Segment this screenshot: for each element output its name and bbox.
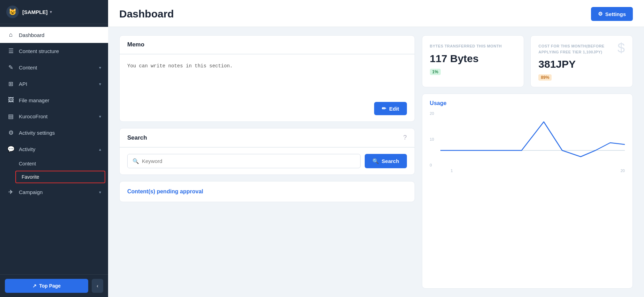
collapse-button[interactable]: ‹ — [92, 279, 103, 293]
chart-x-labels: 1 20 — [451, 169, 625, 173]
sidebar-item-content-structure[interactable]: ☰ Content structure — [0, 43, 108, 59]
search-label: Search — [382, 158, 399, 164]
usage-chart: 20 10 0 1 — [430, 111, 625, 167]
sidebar-item-kurocofront[interactable]: ▤ KurocoFront ▾ — [0, 108, 108, 125]
search-btn-icon: 🔍 — [372, 158, 379, 164]
sidebar-item-label: Activity — [19, 146, 36, 152]
sidebar-item-label: Content structure — [19, 48, 59, 54]
sidebar-item-label: Dashboard — [19, 32, 44, 38]
bytes-label: BYTES TRANSFERRED THIS MONTH — [430, 43, 516, 49]
y-label-mid: 10 — [430, 137, 434, 141]
sidebar-item-campaign[interactable]: ✈ Campaign ▾ — [0, 184, 108, 200]
main-header: Dashboard ⚙ Settings — [108, 0, 644, 27]
search-icon: 🔍 — [132, 158, 139, 164]
sidebar-brand[interactable]: [SAMPLE] ▾ — [22, 9, 52, 15]
search-body: 🔍 🔍 Search — [120, 148, 415, 175]
sidebar-item-label: File manager — [19, 97, 50, 103]
pending-card: Content(s) pending approval — [119, 181, 415, 202]
logo-icon: 😺 — [9, 8, 16, 16]
content-icon: ✎ — [7, 64, 15, 71]
settings-button[interactable]: ⚙ Settings — [591, 7, 633, 21]
search-title: Search — [127, 134, 147, 141]
help-icon[interactable]: ? — [403, 134, 407, 141]
activity-icon: 💬 — [7, 146, 15, 153]
sidebar-item-content[interactable]: ✎ Content ▾ — [0, 59, 108, 76]
dollar-icon: $ — [618, 40, 625, 55]
right-column: BYTES TRANSFERRED THIS MONTH 117 Bytes 1… — [422, 35, 633, 289]
file-manager-icon: 🖼 — [7, 97, 15, 104]
gear-icon: ⚙ — [598, 11, 603, 17]
top-page-label: Top Page — [39, 283, 61, 289]
search-card-header: Search ? — [120, 128, 415, 147]
sidebar-item-label: Campaign — [19, 189, 43, 195]
sidebar-item-label: Content — [19, 65, 37, 70]
external-link-icon: ↗ — [32, 283, 37, 289]
page-title: Dashboard — [119, 8, 174, 20]
bytes-stat-card: BYTES TRANSFERRED THIS MONTH 117 Bytes 1… — [422, 35, 524, 87]
chevron-down-icon: ▾ — [99, 190, 101, 195]
edit-button[interactable]: ✏ Edit — [374, 102, 407, 115]
bytes-value: 117 Bytes — [430, 53, 516, 65]
search-input[interactable] — [142, 154, 355, 168]
sidebar-sub-item-content[interactable]: Content — [0, 157, 108, 170]
left-column: Memo You can write notes in this section… — [119, 35, 415, 289]
kurocofront-icon: ▤ — [7, 113, 15, 120]
memo-card-footer: ✏ Edit — [120, 98, 415, 121]
x-label-start: 1 — [451, 169, 453, 173]
sidebar-footer: ↗ Top Page ‹ — [0, 274, 108, 297]
memo-card-body: You can write notes in this section. — [120, 54, 415, 98]
edit-label: Edit — [389, 106, 399, 112]
memo-card-title: Memo — [120, 36, 415, 54]
sidebar-header: 😺 [SAMPLE] ▾ — [0, 0, 108, 24]
brand-name: [SAMPLE] — [22, 9, 48, 15]
search-input-wrap: 🔍 — [127, 154, 361, 168]
api-icon: ⊞ — [7, 80, 15, 88]
usage-card: Usage 20 10 0 — [422, 94, 633, 289]
memo-text: You can write notes in this section. — [127, 62, 407, 83]
y-label-top: 20 — [430, 111, 434, 116]
sidebar-sub-item-favorite[interactable]: Favorite — [15, 171, 105, 183]
memo-card: Memo You can write notes in this section… — [119, 35, 415, 122]
main-content: Memo You can write notes in this section… — [108, 27, 644, 297]
cost-badge: 89% — [538, 74, 552, 81]
stats-row: BYTES TRANSFERRED THIS MONTH 117 Bytes 1… — [422, 35, 633, 87]
campaign-icon: ✈ — [7, 188, 15, 196]
content-structure-icon: ☰ — [7, 47, 15, 55]
pencil-icon: ✏ — [382, 105, 386, 112]
chevron-down-icon: ▾ — [99, 114, 101, 119]
sidebar-item-activity[interactable]: 💬 Activity ▴ — [0, 141, 108, 157]
main: Dashboard ⚙ Settings Memo You can write … — [108, 0, 644, 297]
y-label-bot: 0 — [430, 163, 434, 167]
sidebar-item-label: API — [19, 81, 27, 87]
cost-label: COST FOR THIS MONTH(BEFORE APPLYING FREE… — [538, 43, 618, 55]
cost-stat-card: COST FOR THIS MONTH(BEFORE APPLYING FREE… — [530, 35, 633, 87]
sidebar-item-dashboard[interactable]: ⌂ Dashboard — [0, 27, 108, 43]
sidebar-item-api[interactable]: ⊞ API ▾ — [0, 76, 108, 92]
sidebar-logo: 😺 — [6, 6, 19, 18]
gear-icon: ⚙ — [7, 129, 15, 136]
home-icon: ⌂ — [7, 31, 15, 38]
cost-value: 381JPY — [538, 58, 625, 70]
bytes-badge: 1% — [430, 69, 441, 75]
chevron-down-icon: ▾ — [99, 65, 101, 70]
sidebar-nav: ⌂ Dashboard ☰ Content structure ✎ Conten… — [0, 24, 108, 274]
usage-svg — [440, 111, 625, 167]
search-card: Search ? 🔍 🔍 Search — [119, 128, 415, 175]
pending-approval-link[interactable]: Content(s) pending approval — [120, 181, 415, 202]
chart-y-labels: 20 10 0 — [430, 111, 434, 167]
x-label-end: 20 — [621, 169, 625, 173]
sidebar-item-label: KurocoFront — [19, 113, 48, 119]
sidebar-item-label: Activity settings — [19, 130, 55, 136]
chart-svg-area: 1 20 — [440, 111, 625, 167]
chevron-down-icon: ▾ — [99, 82, 101, 87]
brand-chevron-icon: ▾ — [50, 10, 52, 14]
chevron-up-icon: ▴ — [99, 147, 101, 152]
sidebar: 😺 [SAMPLE] ▾ ⌂ Dashboard ☰ Content struc… — [0, 0, 108, 297]
settings-label: Settings — [605, 11, 626, 17]
top-page-button[interactable]: ↗ Top Page — [5, 279, 88, 293]
search-button[interactable]: 🔍 Search — [365, 154, 407, 168]
sidebar-item-activity-settings[interactable]: ⚙ Activity settings — [0, 125, 108, 141]
sidebar-item-file-manager[interactable]: 🖼 File manager — [0, 92, 108, 108]
usage-title: Usage — [430, 100, 625, 106]
